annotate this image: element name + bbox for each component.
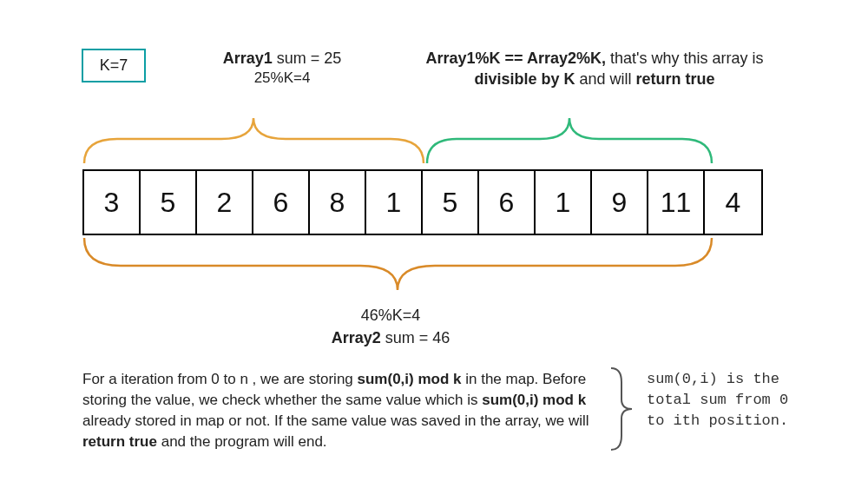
brace-sidenote — [608, 366, 637, 452]
array-cell: 6 — [479, 171, 536, 234]
mod-equality-phrase-1: that's why this array is — [606, 49, 764, 67]
array-cell: 4 — [705, 171, 761, 234]
brace-bottom-array2 — [82, 236, 713, 297]
brace-top-array2-segment — [425, 113, 713, 165]
explain-part: and the program will end. — [157, 433, 327, 450]
array2-sum-text: sum = 46 — [381, 329, 450, 346]
array-cell: 3 — [84, 171, 141, 234]
array-cell: 5 — [423, 171, 479, 234]
array1-sum-text: sum = 25 — [273, 49, 342, 67]
array-cell: 6 — [253, 171, 310, 234]
mod-equality-expr: Array1%K == Array2%K, — [426, 49, 606, 67]
array-cell: 8 — [310, 171, 366, 234]
array-cell: 9 — [592, 171, 648, 234]
array-cell: 5 — [141, 171, 197, 234]
array2-mod-text: 46%K=4 — [226, 304, 556, 326]
explain-part: already stored in map or not. If the sam… — [82, 412, 589, 429]
k-value-label: K=7 — [100, 56, 128, 75]
explain-return-true: return true — [82, 433, 157, 450]
return-true-label: return true — [636, 70, 715, 88]
array1-sum-annotation: Array1 sum = 25 25%K=4 — [169, 48, 395, 89]
modulo-equality-annotation: Array1%K == Array2%K, that's why this ar… — [408, 48, 781, 90]
array2-label: Array2 — [332, 329, 381, 346]
divisible-by-k-label: divisible by K — [474, 70, 575, 88]
array-cell: 1 — [366, 171, 423, 234]
array1-label: Array1 — [223, 49, 273, 67]
brace-top-array1 — [82, 113, 425, 165]
array-cell: 11 — [648, 171, 705, 234]
explain-part: For a iteration from 0 to n , we are sto… — [82, 371, 358, 387]
array2-sum-annotation: 46%K=4 Array2 sum = 46 — [226, 304, 556, 349]
k-value-box: K=7 — [82, 49, 146, 82]
explain-sum-mod-2: sum(0,i) mod k — [482, 392, 586, 408]
sidenote-sum-definition: sum(0,i) is the total sum from 0 to ith … — [647, 369, 812, 432]
mod-equality-phrase-2: and will — [575, 70, 636, 88]
array-cell: 1 — [536, 171, 592, 234]
array-row: 3 5 2 6 8 1 5 6 1 9 11 4 — [82, 169, 763, 235]
array-cell: 2 — [197, 171, 253, 234]
array1-mod-text: 25%K=4 — [169, 69, 395, 89]
explanation-paragraph: For a iteration from 0 to n , we are sto… — [82, 369, 595, 453]
explain-sum-mod-1: sum(0,i) mod k — [358, 371, 462, 387]
